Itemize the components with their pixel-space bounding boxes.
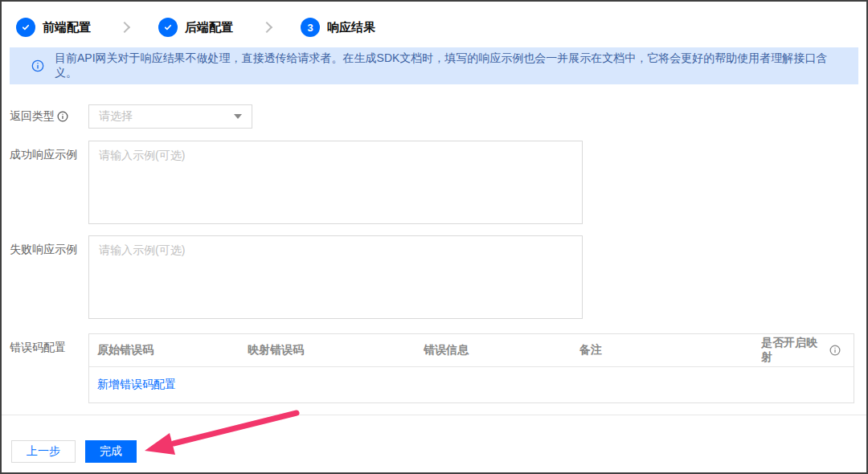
table-row: 新增错误码配置 <box>89 367 854 402</box>
error-code-table-header: 原始错误码 映射错误码 错误信息 备注 是否开启映射 <box>89 334 854 367</box>
step-label-response: 响应结果 <box>327 20 375 35</box>
info-banner: 目前API网关对于响应结果不做处理，直接透传给请求者。在生成SDK文档时，填写的… <box>10 47 858 84</box>
return-type-select[interactable]: 请选择 <box>88 104 252 129</box>
fail-example-textarea[interactable] <box>88 235 583 319</box>
header-original-code: 原始错误码 <box>89 343 248 358</box>
finish-button[interactable]: 完成 <box>85 440 137 463</box>
check-icon <box>16 18 35 37</box>
response-result-config-page: 前端配置 后端配置 3 响应结果 目前API网关对于响应结果不做处理，直接透传给… <box>0 0 868 474</box>
success-example-label-wrap: 成功响应示例 <box>10 141 88 224</box>
header-mapping-enabled-label: 是否开启映射 <box>761 336 825 365</box>
fail-example-row: 失败响应示例 <box>10 235 866 319</box>
info-circle-icon <box>31 59 44 72</box>
success-example-textarea[interactable] <box>88 141 583 224</box>
add-error-code-link[interactable]: 新增错误码配置 <box>97 378 176 392</box>
fail-example-label: 失败响应示例 <box>10 243 77 257</box>
error-code-table: 原始错误码 映射错误码 错误信息 备注 是否开启映射 新增错误码配置 <box>88 333 854 403</box>
error-code-config-row: 错误码配置 原始错误码 映射错误码 错误信息 备注 是否开启映射 新增错误码配置 <box>10 333 866 403</box>
fail-example-label-wrap: 失败响应示例 <box>10 235 88 319</box>
return-type-row: 返回类型 请选择 <box>10 104 866 129</box>
step-label-backend: 后端配置 <box>185 20 233 35</box>
step-number-badge: 3 <box>301 18 320 37</box>
success-example-row: 成功响应示例 <box>10 141 866 224</box>
return-type-label: 返回类型 <box>10 109 55 124</box>
step-label-frontend: 前端配置 <box>43 20 91 35</box>
chevron-right-icon <box>119 22 130 33</box>
step-wizard: 前端配置 后端配置 3 响应结果 <box>2 2 866 43</box>
return-type-label-wrap: 返回类型 <box>10 104 88 129</box>
select-placeholder: 请选择 <box>99 109 234 124</box>
success-example-label: 成功响应示例 <box>10 148 77 162</box>
info-circle-icon[interactable] <box>57 111 68 122</box>
header-error-message: 错误信息 <box>424 343 579 358</box>
error-code-config-label: 错误码配置 <box>10 341 66 355</box>
check-icon <box>158 18 178 37</box>
step-response-result[interactable]: 3 响应结果 <box>301 18 375 37</box>
step-backend-config[interactable]: 后端配置 <box>158 18 233 37</box>
footer-divider <box>2 415 866 415</box>
header-mapping-enabled: 是否开启映射 <box>761 336 854 365</box>
footer-actions: 上一步 完成 <box>2 440 866 463</box>
error-code-label-wrap: 错误码配置 <box>10 333 88 403</box>
banner-text: 目前API网关对于响应结果不做处理，直接透传给请求者。在生成SDK文档时，填写的… <box>55 51 842 80</box>
info-circle-icon[interactable] <box>829 345 841 356</box>
caret-down-icon <box>234 114 242 119</box>
previous-step-button[interactable]: 上一步 <box>11 440 76 463</box>
header-mapped-code: 映射错误码 <box>248 343 424 358</box>
chevron-right-icon <box>261 22 272 33</box>
step-frontend-config[interactable]: 前端配置 <box>16 18 91 37</box>
header-remark: 备注 <box>579 343 761 358</box>
